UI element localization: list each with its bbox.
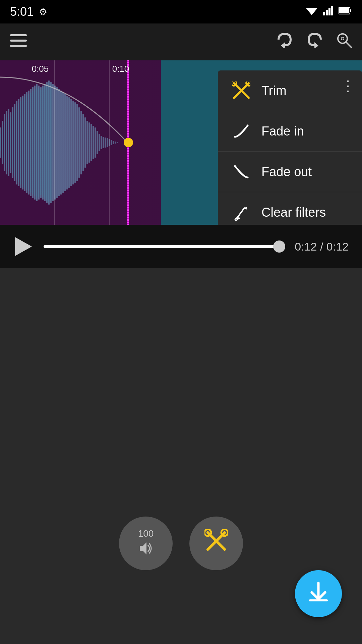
playhead [127, 60, 129, 225]
total-time: 0:12 [326, 240, 349, 253]
scissors-icon [204, 529, 228, 557]
bottom-buttons: 100 [119, 517, 243, 570]
volume-icon [138, 541, 154, 559]
play-button[interactable] [13, 236, 34, 257]
toolbar-left [10, 34, 27, 50]
timecode-1: 0:05 [32, 64, 49, 74]
undo-button[interactable] [276, 33, 293, 51]
svg-rect-7 [339, 8, 349, 13]
svg-rect-6 [350, 9, 351, 12]
download-fab[interactable] [295, 570, 342, 617]
timecode-2: 0:10 [112, 64, 129, 74]
svg-rect-3 [328, 8, 330, 15]
menu-item-fade-out[interactable]: Fade out [218, 152, 362, 192]
search-button[interactable] [337, 33, 352, 51]
wifi-icon [306, 6, 318, 18]
status-time: 5:01 [10, 5, 34, 19]
bottom-area: 100 [0, 268, 362, 644]
playhead-dot [124, 138, 133, 147]
toolbar-right [276, 33, 352, 51]
svg-point-13 [341, 37, 344, 40]
fade-out-label: Fade out [261, 165, 312, 179]
time-display: 0:12 / 0:12 [295, 240, 349, 253]
svg-rect-4 [331, 6, 333, 15]
waveform-canvas: 0:05 0:10 [0, 60, 161, 225]
trim-icon [231, 80, 251, 101]
svg-line-12 [346, 42, 351, 47]
svg-rect-10 [10, 45, 27, 47]
clear-filters-icon [231, 202, 251, 222]
svg-rect-8 [10, 34, 27, 36]
redo-button[interactable] [306, 33, 323, 51]
volume-button[interactable]: 100 [119, 517, 173, 570]
svg-rect-9 [10, 40, 27, 42]
play-icon [15, 237, 32, 256]
fade-in-icon [231, 121, 251, 141]
signal-icon [323, 6, 333, 18]
volume-value: 100 [138, 528, 154, 539]
menu-item-clear-filters[interactable]: Clear filters [218, 192, 362, 225]
svg-marker-0 [306, 8, 318, 15]
current-time: 0:12 [295, 240, 317, 253]
battery-icon [339, 6, 352, 17]
context-menu: ⋮ Trim Fade in [218, 70, 362, 225]
fade-out-icon [231, 162, 251, 182]
svg-rect-1 [323, 12, 325, 15]
waveform-visual [0, 60, 161, 225]
settings-status-icon: ⚙ [39, 6, 47, 17]
clear-filters-label: Clear filters [261, 205, 326, 220]
trim-label: Trim [261, 84, 287, 98]
status-bar: 5:01 ⚙ [0, 0, 362, 23]
svg-rect-2 [326, 10, 328, 15]
download-icon [307, 580, 330, 608]
menu-item-fade-in[interactable]: Fade in [218, 111, 362, 152]
scissors-button[interactable] [189, 517, 243, 570]
progress-bar[interactable] [44, 245, 285, 248]
more-options-button[interactable]: ⋮ [341, 77, 355, 94]
svg-marker-112 [140, 542, 146, 554]
waveform-timecodes: 0:05 0:10 [0, 64, 161, 74]
progress-thumb[interactable] [273, 240, 285, 253]
toolbar [0, 23, 362, 60]
fade-in-label: Fade in [261, 124, 304, 139]
menu-button[interactable] [10, 34, 27, 50]
playback-bar: 0:12 / 0:12 [0, 225, 362, 268]
waveform-area: 0:05 0:10 [0, 60, 362, 225]
svg-rect-101 [0, 60, 161, 225]
status-right [306, 6, 352, 18]
time-separator: / [320, 240, 323, 253]
status-left: 5:01 ⚙ [10, 5, 47, 19]
